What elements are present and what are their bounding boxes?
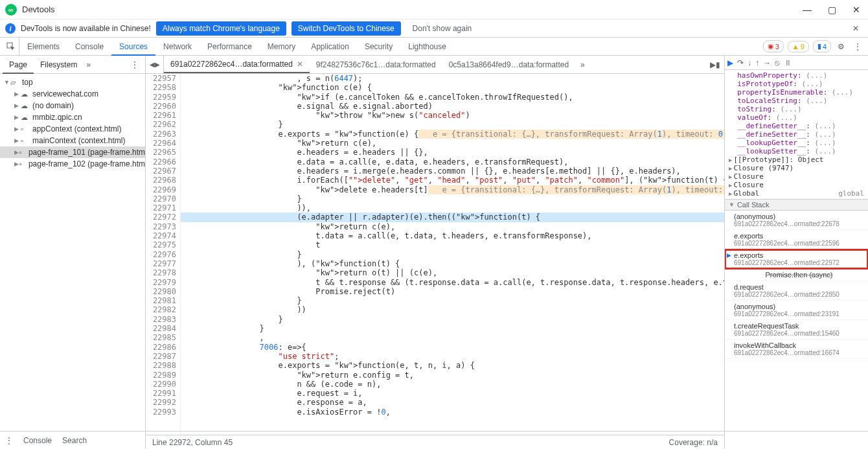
tree-row[interactable]: ▶▫page-frame_102 (page-frame.htm	[0, 158, 145, 170]
tree-row[interactable]: ▶▫appContext (context.html)	[0, 123, 145, 135]
tree-row[interactable]: ▼▱top	[0, 76, 145, 88]
messages-badge[interactable]: ▮ 4	[813, 40, 831, 52]
navigator-tabs: Page Filesystem » ⋮	[0, 56, 145, 74]
infobar: i DevTools is now available in Chinese! …	[0, 19, 868, 38]
callstack-item[interactable]: (anonymous)691a02272862ec4…ormatted:2267…	[725, 211, 868, 230]
file-tab[interactable]: 0c5a13a8664fed9…data:formatted	[442, 56, 575, 73]
drawer-tab-console[interactable]: Console	[23, 436, 52, 445]
navigator-pane: Page Filesystem » ⋮ ▼▱top▶☁servicewechat…	[0, 56, 146, 449]
callstack-item[interactable]: invokeWithCallback691a02272862ec4…ormatt…	[725, 340, 868, 359]
drawer-kebab-icon[interactable]: ⋮	[5, 436, 13, 445]
resume-icon[interactable]: ▶	[727, 58, 733, 67]
app-body: Page Filesystem » ⋮ ▼▱top▶☁servicewechat…	[0, 56, 868, 449]
file-tab[interactable]: 9f24827536c76c1…data:formatted	[310, 56, 442, 73]
tab-page[interactable]: Page	[3, 56, 34, 73]
tab-memory[interactable]: Memory	[260, 38, 303, 55]
debugger-toolbar: ▶ ↷ ↓ ↑ → ⦸ ⏸	[725, 56, 868, 70]
tab-network[interactable]: Network	[155, 38, 200, 55]
warnings-badge[interactable]: ▲ 9	[788, 41, 809, 52]
errors-badge[interactable]: ◉ 3	[763, 40, 784, 52]
step-into-icon[interactable]: ↓	[748, 58, 751, 67]
code-editor[interactable]: 2295722958229592296022961229622296322964…	[146, 74, 724, 435]
tab-elements[interactable]: Elements	[19, 38, 67, 55]
tab-console[interactable]: Console	[67, 38, 111, 55]
tabs-right-tools: ◉ 3 ▲ 9 ▮ 4 ⚙ ⋮	[763, 38, 868, 55]
debugger-pane: ▶ ↷ ↓ ↑ → ⦸ ⏸ hasOwnProperty: (...) isPr…	[724, 56, 868, 449]
callstack[interactable]: (anonymous)691a02272862ec4…ormatted:2267…	[725, 211, 868, 449]
deactivate-breakpoints-icon[interactable]: ⦸	[775, 58, 780, 67]
navigator-tree[interactable]: ▼▱top▶☁servicewechat.com▶☁(no domain)▶☁m…	[0, 74, 145, 449]
window-title: Devtools	[22, 5, 55, 14]
file-nav-arrows-icon[interactable]: ◀▶	[146, 56, 164, 73]
tab-sources[interactable]: Sources	[111, 38, 155, 55]
close-tab-icon[interactable]: ✕	[297, 60, 303, 69]
callstack-item[interactable]: e.exports691a02272862ec4…ormatted:22596	[725, 230, 868, 249]
kebab-menu-icon[interactable]: ⋮	[851, 42, 864, 51]
tree-row[interactable]: ▶☁servicewechat.com	[0, 88, 145, 100]
app-icon: ∞	[5, 4, 17, 16]
tree-row[interactable]: ▶▫mainContext (context.html)	[0, 135, 145, 146]
info-icon: i	[5, 23, 16, 34]
settings-gear-icon[interactable]: ⚙	[835, 42, 847, 51]
chevron-down-icon: ▼	[729, 201, 735, 208]
drawer: ⋮ Console Search	[0, 431, 868, 449]
tab-performance[interactable]: Performance	[200, 38, 260, 55]
infobar-message: DevTools is now available in Chinese!	[21, 24, 151, 33]
pause-exceptions-icon[interactable]: ⏸	[784, 58, 792, 67]
panel-tabs: ElementsConsoleSourcesNetworkPerformance…	[0, 38, 868, 56]
switch-devtools-button[interactable]: Switch DevTools to Chinese	[291, 21, 401, 36]
tree-row[interactable]: ▶☁(no domain)	[0, 100, 145, 111]
callstack-item[interactable]: Promise.then (async)	[725, 269, 868, 281]
navigator-kebab-icon[interactable]: ⋮	[127, 60, 143, 69]
tab-application[interactable]: Application	[303, 38, 357, 55]
step-out-icon[interactable]: ↑	[755, 58, 759, 67]
callstack-item[interactable]: t.createRequestTask691a02272862ec4…ormat…	[725, 320, 868, 340]
close-icon[interactable]: ✕	[850, 5, 863, 15]
tab-lighthouse[interactable]: Lighthouse	[400, 38, 454, 55]
editor-pane: ◀▶ 691a02272862ec4…data:formatted✕9f2482…	[146, 56, 724, 449]
callstack-item[interactable]: e.exports691a02272862ec4…ormatted:22972	[725, 249, 868, 269]
drawer-tab-search[interactable]: Search	[62, 436, 87, 445]
run-snippet-icon[interactable]: ▶▮	[710, 60, 720, 69]
file-tabs: ◀▶ 691a02272862ec4…data:formatted✕9f2482…	[146, 56, 724, 74]
navigator-more-icon[interactable]: »	[86, 60, 91, 69]
minimize-icon[interactable]: —	[801, 5, 814, 15]
callstack-item[interactable]: d.request691a02272862ec4…ormatted:22850	[725, 281, 868, 301]
inspect-element-icon[interactable]	[3, 38, 19, 55]
file-tabs-more-icon[interactable]: »	[575, 56, 590, 73]
tab-filesystem[interactable]: Filesystem	[34, 56, 84, 73]
file-tabs-right: ▶▮	[706, 56, 724, 73]
window-controls: — ▢ ✕	[801, 5, 863, 15]
tab-security[interactable]: Security	[357, 38, 400, 55]
infobar-close-icon[interactable]: ✕	[849, 24, 863, 33]
titlebar: ∞ Devtools — ▢ ✕	[0, 0, 868, 19]
callstack-item[interactable]: (anonymous)691a02272862ec4…ormatted:2319…	[725, 301, 868, 320]
step-over-icon[interactable]: ↷	[737, 58, 744, 67]
dont-show-button[interactable]: Don't show again	[406, 21, 479, 36]
step-icon[interactable]: →	[763, 58, 771, 67]
tree-row[interactable]: ▶▫page-frame_101 (page-frame.htm	[0, 146, 145, 158]
scope-pane[interactable]: hasOwnProperty: (...) isPrototypeOf: (..…	[725, 70, 868, 199]
file-tab[interactable]: 691a02272862ec4…data:formatted✕	[164, 56, 310, 73]
callstack-header[interactable]: ▼ Call Stack	[725, 199, 868, 211]
maximize-icon[interactable]: ▢	[825, 5, 838, 15]
always-match-button[interactable]: Always match Chrome's language	[156, 21, 286, 36]
tree-row[interactable]: ▶☁mmbiz.qpic.cn	[0, 111, 145, 123]
